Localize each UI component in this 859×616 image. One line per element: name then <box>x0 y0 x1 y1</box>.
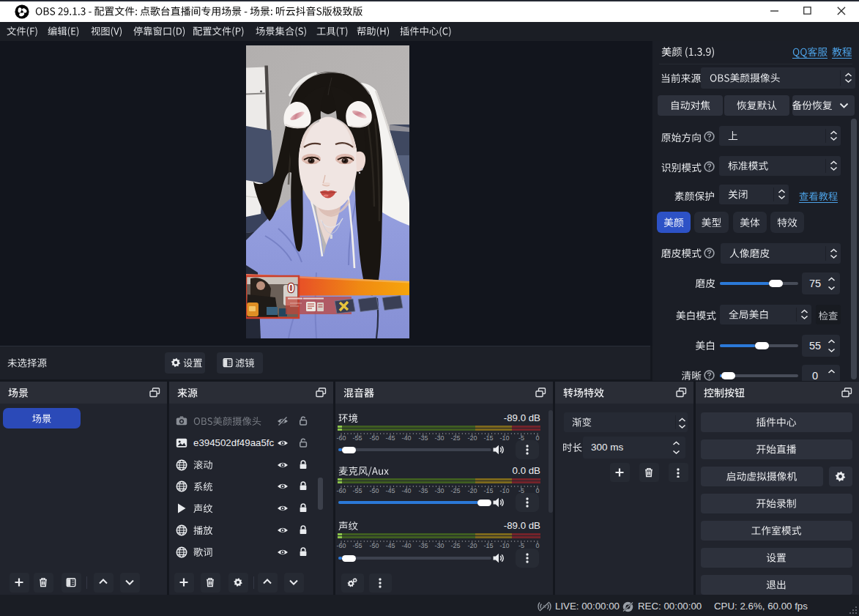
svg-text:0: 0 <box>288 282 294 294</box>
